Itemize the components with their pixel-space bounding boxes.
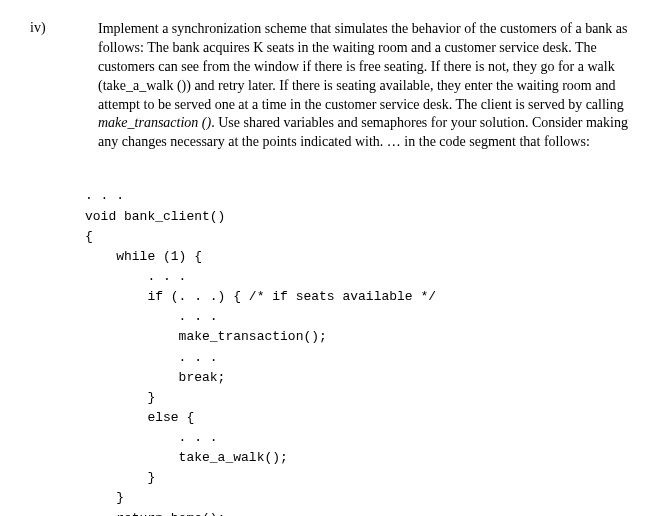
code-line: void bank_client() <box>85 209 225 224</box>
code-line: break; <box>85 370 225 385</box>
code-line: take_a_walk(); <box>85 450 288 465</box>
code-line: return_home(); <box>85 511 225 516</box>
question-number: iv) <box>30 20 70 152</box>
function-name-italic: make_transaction () <box>98 115 211 130</box>
question-text-part1: Implement a synchronization scheme that … <box>98 21 628 112</box>
code-line: } <box>85 490 124 505</box>
code-line: else { <box>85 410 194 425</box>
code-line: . . . <box>85 430 218 445</box>
question-text: Implement a synchronization scheme that … <box>98 20 637 152</box>
code-line: . . . <box>85 350 218 365</box>
code-line: { <box>85 229 93 244</box>
code-line: while (1) { <box>85 249 202 264</box>
code-line: . . . <box>85 309 218 324</box>
code-line: . . . <box>85 269 186 284</box>
code-line: } <box>85 390 155 405</box>
code-segment: . . . void bank_client() { while (1) { .… <box>85 166 637 516</box>
code-line: . . . <box>85 188 124 203</box>
code-line: if (. . .) { /* if seats available */ <box>85 289 436 304</box>
code-line: make_transaction(); <box>85 329 327 344</box>
code-line: } <box>85 470 155 485</box>
question-block: iv) Implement a synchronization scheme t… <box>30 20 637 152</box>
